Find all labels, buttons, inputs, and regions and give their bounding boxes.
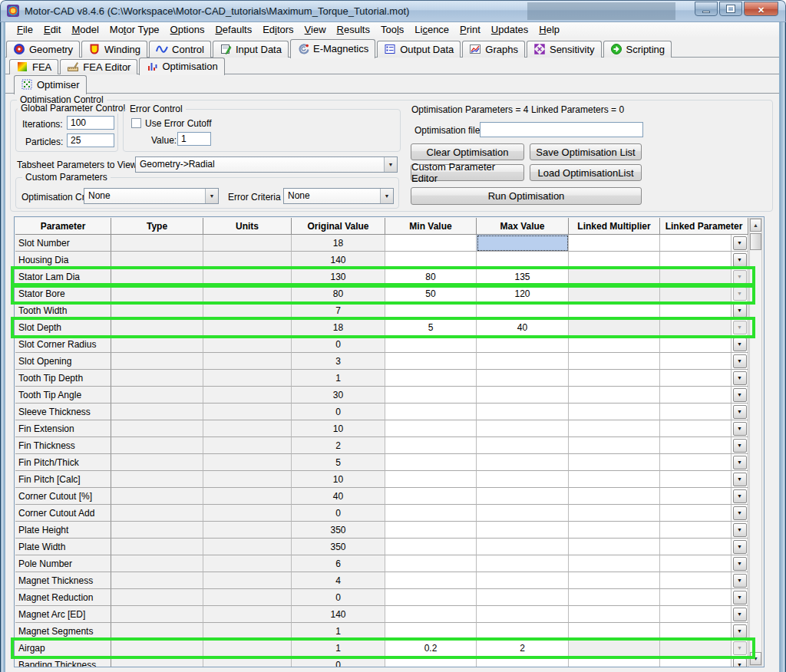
linked-parameter-dropdown-button[interactable]: ▼ bbox=[733, 371, 747, 385]
cell-linked-multiplier-magnet-segments[interactable] bbox=[569, 623, 660, 640]
cell-linked-multiplier-magnet-arc-ed[interactable] bbox=[569, 606, 660, 623]
linked-parameter-dropdown-button[interactable]: ▼ bbox=[733, 456, 747, 469]
tab-sensitivity[interactable]: Sensitivity bbox=[527, 41, 602, 58]
linked-parameter-dropdown-button[interactable]: ▼ bbox=[733, 489, 747, 503]
cell-min-magnet-reduction[interactable] bbox=[385, 589, 477, 606]
cell-linked-parameter-corner-cutout-add[interactable] bbox=[660, 505, 732, 522]
linked-parameter-dropdown-button[interactable]: ▼ bbox=[733, 506, 747, 520]
save-optimisation-list-button[interactable]: Save Optimisation List bbox=[530, 143, 642, 160]
cell-linked-parameter-fin-extension[interactable] bbox=[660, 420, 732, 437]
linked-parameter-dropdown-button[interactable]: ▼ bbox=[733, 439, 747, 453]
tab-output-data[interactable]: Output Data bbox=[377, 41, 461, 58]
cell-min-airgap[interactable]: 0.2 bbox=[385, 640, 477, 657]
menu-item-results[interactable]: Results bbox=[332, 24, 375, 35]
linked-parameter-dropdown-button[interactable]: ▼ bbox=[733, 624, 747, 638]
menu-item-print[interactable]: Print bbox=[454, 24, 486, 35]
cell-max-pole-number[interactable] bbox=[477, 555, 569, 572]
cell-linked-multiplier-slot-depth[interactable] bbox=[569, 319, 660, 336]
minimize-button[interactable] bbox=[695, 2, 718, 16]
subtab-fea-editor[interactable]: FEA Editor bbox=[60, 59, 137, 74]
cell-min-magnet-segments[interactable] bbox=[385, 623, 477, 640]
cell-max-plate-height[interactable] bbox=[477, 522, 569, 539]
cell-max-tooth-width[interactable] bbox=[477, 302, 569, 319]
cell-max-slot-number[interactable] bbox=[477, 235, 569, 252]
linked-parameter-dropdown-button[interactable]: ▼ bbox=[733, 253, 747, 267]
cell-min-plate-height[interactable] bbox=[385, 522, 477, 539]
cell-max-corner-cutout-add[interactable] bbox=[477, 505, 569, 522]
clear-optimisation-button[interactable]: Clear Optimisation bbox=[411, 143, 524, 160]
linked-parameter-dropdown-button[interactable]: ▼ bbox=[733, 608, 747, 621]
tab-optimiser[interactable]: Optimiser bbox=[14, 75, 87, 94]
linked-parameter-dropdown-button[interactable]: ▼ bbox=[733, 338, 747, 351]
error-criteria-dropdown[interactable]: None ▼ bbox=[283, 188, 394, 204]
cell-linked-parameter-tooth-tip-depth[interactable] bbox=[660, 370, 732, 387]
cell-max-banding-thickness[interactable] bbox=[477, 657, 569, 667]
cell-min-tooth-width[interactable] bbox=[385, 302, 477, 319]
cell-linked-parameter-fin-thickness[interactable] bbox=[660, 437, 732, 454]
cell-max-slot-depth[interactable]: 40 bbox=[477, 319, 569, 336]
cell-linked-multiplier-corner-cutout[interactable] bbox=[569, 488, 660, 505]
header-original-value[interactable]: Original Value bbox=[292, 218, 385, 235]
header-parameter[interactable]: Parameter bbox=[15, 218, 111, 235]
cell-max-airgap[interactable]: 2 bbox=[477, 640, 569, 657]
scroll-up-button[interactable]: ▲ bbox=[750, 219, 761, 232]
cell-linked-parameter-magnet-reduction[interactable] bbox=[660, 589, 732, 606]
cell-min-housing-dia[interactable] bbox=[385, 252, 477, 268]
menu-item-defaults[interactable]: Defaults bbox=[210, 24, 257, 35]
cell-linked-parameter-slot-depth[interactable] bbox=[660, 319, 732, 336]
cell-linked-multiplier-slot-corner-radius[interactable] bbox=[569, 336, 660, 353]
linked-parameter-dropdown-button[interactable]: ▼ bbox=[733, 321, 747, 334]
cell-linked-parameter-plate-width[interactable] bbox=[660, 539, 732, 555]
linked-parameter-dropdown-button[interactable]: ▼ bbox=[733, 523, 747, 537]
cell-min-fin-pitch-thick[interactable] bbox=[385, 454, 477, 471]
cell-min-slot-number[interactable] bbox=[385, 235, 477, 252]
cell-linked-multiplier-stator-bore[interactable] bbox=[569, 285, 660, 302]
cell-linked-multiplier-slot-number[interactable] bbox=[569, 235, 660, 252]
subtab-fea[interactable]: FEA bbox=[9, 59, 58, 74]
linked-parameter-dropdown-button[interactable]: ▼ bbox=[733, 422, 747, 436]
load-optimisationlist-button[interactable]: Load OptimisationList bbox=[530, 164, 642, 181]
linked-parameter-dropdown-button[interactable]: ▼ bbox=[733, 557, 747, 571]
linked-parameter-dropdown-button[interactable]: ▼ bbox=[733, 236, 747, 250]
tab-geometry[interactable]: Geometry bbox=[6, 41, 80, 58]
cell-min-fin-pitch-calc[interactable] bbox=[385, 471, 477, 488]
scroll-down-button[interactable]: ▼ bbox=[750, 652, 761, 665]
cell-linked-multiplier-fin-pitch-calc[interactable] bbox=[569, 471, 660, 488]
cell-linked-multiplier-magnet-thickness[interactable] bbox=[569, 572, 660, 589]
cell-linked-parameter-plate-height[interactable] bbox=[660, 522, 732, 539]
cell-max-magnet-segments[interactable] bbox=[477, 623, 569, 640]
cell-max-stator-lam-dia[interactable]: 135 bbox=[477, 268, 569, 285]
cell-min-slot-depth[interactable]: 5 bbox=[385, 319, 477, 336]
cell-max-sleeve-thickness[interactable] bbox=[477, 404, 569, 420]
table-scrollbar[interactable]: ▲ ▼ bbox=[749, 218, 762, 666]
tab-control[interactable]: Control bbox=[149, 41, 211, 58]
cell-linked-parameter-tooth-width[interactable] bbox=[660, 302, 732, 319]
tab-input-data[interactable]: Input Data bbox=[213, 41, 289, 58]
cell-max-magnet-reduction[interactable] bbox=[477, 589, 569, 606]
cell-linked-multiplier-fin-pitch-thick[interactable] bbox=[569, 454, 660, 471]
menu-item-motor-type[interactable]: Motor Type bbox=[104, 24, 165, 35]
cell-min-stator-lam-dia[interactable]: 80 bbox=[385, 268, 477, 285]
tab-graphs[interactable]: Graphs bbox=[462, 41, 525, 58]
linked-parameter-dropdown-button[interactable]: ▼ bbox=[733, 287, 747, 301]
cell-linked-multiplier-airgap[interactable] bbox=[569, 640, 660, 657]
subtab-optimisation[interactable]: Optimisation bbox=[139, 58, 224, 75]
cell-linked-parameter-magnet-thickness[interactable] bbox=[660, 572, 732, 589]
cell-min-corner-cutout-add[interactable] bbox=[385, 505, 477, 522]
cell-linked-multiplier-fin-extension[interactable] bbox=[569, 420, 660, 437]
cell-linked-parameter-magnet-segments[interactable] bbox=[660, 623, 732, 640]
iterations-input[interactable] bbox=[67, 116, 114, 130]
linked-parameter-dropdown-button[interactable]: ▼ bbox=[733, 574, 747, 588]
cell-linked-multiplier-magnet-reduction[interactable] bbox=[569, 589, 660, 606]
cell-linked-parameter-pole-number[interactable] bbox=[660, 555, 732, 572]
linked-parameter-dropdown-button[interactable]: ▼ bbox=[733, 405, 747, 419]
cell-max-tooth-tip-depth[interactable] bbox=[477, 370, 569, 387]
tab-winding[interactable]: Winding bbox=[81, 41, 147, 58]
linked-parameter-dropdown-button[interactable]: ▼ bbox=[733, 540, 747, 554]
cell-linked-parameter-magnet-arc-ed[interactable] bbox=[660, 606, 732, 623]
cell-linked-multiplier-fin-thickness[interactable] bbox=[569, 437, 660, 454]
cell-max-magnet-thickness[interactable] bbox=[477, 572, 569, 589]
cell-min-sleeve-thickness[interactable] bbox=[385, 404, 477, 420]
cell-linked-multiplier-banding-thickness[interactable] bbox=[569, 657, 660, 667]
menu-item-help[interactable]: Help bbox=[533, 24, 565, 35]
